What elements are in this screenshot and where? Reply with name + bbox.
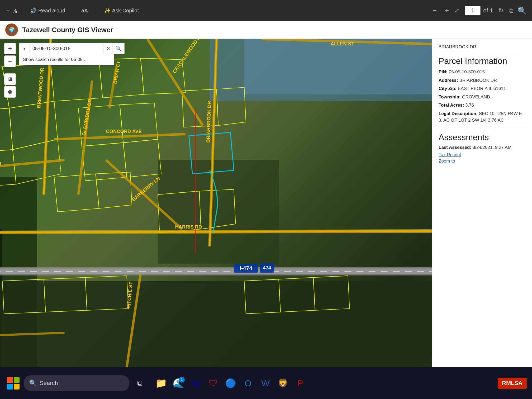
gis-search-input[interactable]	[30, 43, 103, 54]
outlook-icon: O	[245, 378, 251, 388]
pin-label: PIN:	[439, 69, 448, 74]
svg-marker-8	[0, 108, 13, 153]
taskbar-brave[interactable]: 🦁	[275, 375, 291, 391]
read-aloud-label: Read aloud	[38, 8, 65, 14]
svg-marker-9	[9, 101, 58, 150]
map-zoom-out-button[interactable]: −	[4, 55, 16, 67]
gis-search-bar: ▼ ✕ 🔍	[19, 43, 125, 54]
browser-nav-icons: ← ◮	[5, 7, 18, 14]
map-location-button[interactable]: ◎	[4, 86, 16, 98]
taskbar-hp[interactable]: hp	[188, 375, 204, 391]
taskbar-search-icon: 🔍	[29, 379, 37, 387]
last-assessed-value: 8/24/2021, 9:27 AM	[473, 145, 511, 150]
browser-search-icon[interactable]: 🔍	[517, 6, 527, 15]
zoom-to-link[interactable]: Zoom to	[439, 159, 526, 164]
svg-marker-17	[82, 143, 127, 181]
taskbar-outlook[interactable]: O	[240, 375, 256, 391]
parcel-divider	[439, 128, 526, 128]
text-size-button[interactable]: aA	[79, 6, 90, 15]
read-aloud-icon: 🔊	[30, 7, 37, 14]
taskbar-running-apps: 📁 🌊 1 hp 🛡 🔵 O W 🦁 P	[153, 375, 308, 391]
last-assessed-row: Last Assessed: 8/24/2021, 9:27 AM	[439, 145, 526, 150]
svg-marker-18	[123, 139, 161, 177]
taskbar-mcafee[interactable]: 🛡	[205, 375, 221, 391]
pdf-icon: P	[297, 378, 303, 388]
address-value: BRIARBROOK DR	[459, 78, 497, 83]
township-value: GROVELAND	[462, 94, 490, 99]
fit-page-icon[interactable]: ⤢	[454, 7, 459, 14]
city-zip-value: EAST PEORIA IL 61611	[458, 86, 506, 91]
taskbar-edge[interactable]: 🌊 1	[170, 375, 186, 391]
file-explorer-icon: 📁	[155, 378, 167, 389]
toolbar-divider2	[73, 6, 73, 15]
parcel-info-panel: BRIARBROOK DR Parcel Information PIN: 05…	[432, 39, 532, 367]
copy-icon[interactable]: ⧉	[509, 7, 513, 14]
read-aloud-button[interactable]: 🔊 Read aloud	[27, 6, 68, 15]
svg-rect-1	[244, 39, 432, 94]
copilot-label: Ask Copilot	[112, 8, 139, 14]
search-suggestion-dropdown[interactable]: Show search results for 05-05-...	[19, 54, 114, 65]
chrome-icon: 🔵	[225, 378, 236, 388]
search-suggestion-text: Show search results for 05-05-...	[23, 57, 88, 62]
pin-value: 05-05-10-300-015	[449, 69, 485, 74]
svg-text:ALLEN ST: ALLEN ST	[331, 41, 354, 46]
toolbar-divider	[22, 6, 22, 15]
browser-toolbar-items: 🔊 Read aloud aA ✨ Ask Copilot	[22, 6, 426, 15]
zoom-in-button[interactable]: +	[442, 5, 452, 16]
ask-copilot-button[interactable]: ✨ Ask Copilot	[101, 6, 141, 15]
tax-record-link[interactable]: Tax Record	[439, 152, 526, 158]
svg-marker-24	[54, 174, 99, 212]
rmlsa-badge: RMLSA	[498, 378, 527, 389]
legal-label: Legal Description:	[439, 111, 478, 116]
svg-text:BRENTWOOD DR: BRENTWOOD DR	[36, 67, 45, 108]
gis-title: Tazewell County GIS Viewer	[22, 26, 113, 34]
back-icon[interactable]: ←	[5, 7, 11, 14]
parcel-cityzip-row: City Zip: EAST PEORIA IL 61611	[439, 85, 526, 92]
acres-label: Total Acres:	[439, 103, 464, 108]
last-assessed-label: Last Assessed:	[439, 145, 471, 150]
controls-spacer	[4, 68, 16, 72]
parcel-legal-row: Legal Description: SEC 10 T25N R4W E 3. …	[439, 110, 526, 124]
reader-view-icon[interactable]: ◮	[13, 7, 18, 14]
svg-text:MOUSHON DR: MOUSHON DR	[0, 161, 1, 167]
taskbar-file-explorer[interactable]: 📁	[153, 375, 169, 391]
edge-badge: 1	[179, 377, 185, 383]
map-zoom-in-button[interactable]: +	[4, 43, 16, 54]
gis-map-svg[interactable]: SPRINGFIELD RD BRENTWOOD DR GLENRIDGE DR…	[0, 39, 432, 367]
svg-text:HARRIS RD: HARRIS RD	[175, 224, 202, 230]
city-zip-label: City Zip:	[439, 86, 457, 91]
address-label: Address:	[439, 78, 458, 83]
copilot-icon: ✨	[104, 7, 111, 14]
task-view-button[interactable]: ⧉	[132, 375, 148, 391]
aa-label: aA	[81, 8, 88, 13]
parcel-address-row: Address: BRIARBROOK DR	[439, 77, 526, 84]
search-dropdown-button[interactable]: ▼	[19, 43, 30, 54]
rotate-icon[interactable]: ↻	[498, 7, 504, 14]
svg-text:GLENRIDGE DR: GLENRIDGE DR	[81, 98, 93, 136]
map-layers-button[interactable]: ⊞	[4, 73, 16, 85]
page-number-input[interactable]: 1	[465, 6, 481, 15]
hp-icon: hp	[191, 378, 201, 388]
svg-text:474: 474	[263, 265, 271, 270]
zoom-out-button[interactable]: −	[430, 5, 439, 16]
assessments-title: Assessments	[439, 132, 526, 142]
map-controls: + − ⊞ ◎	[4, 43, 16, 98]
toolbar-divider3	[96, 6, 96, 15]
page-controls: − + ⤢ 1 of 1 ↻ ⧉	[430, 5, 513, 16]
parcel-township-row: Township: GROVELAND	[439, 94, 526, 101]
svg-rect-5	[158, 160, 279, 264]
taskbar-word[interactable]: W	[258, 375, 273, 391]
taskbar-pdf[interactable]: P	[292, 375, 308, 391]
mcafee-icon: 🛡	[209, 378, 218, 388]
total-pages: of 1	[483, 7, 493, 14]
svg-text:BRIARBROOK DR: BRIARBROOK DR	[205, 101, 212, 143]
windows-logo	[7, 377, 20, 390]
search-clear-button[interactable]: ✕	[103, 43, 113, 54]
acres-value: 3.76	[465, 103, 474, 108]
svg-text:I-474: I-474	[240, 265, 252, 271]
start-button[interactable]	[5, 375, 21, 391]
gis-logo: 🌍	[5, 23, 18, 36]
taskbar-search-bar[interactable]: 🔍 Search	[24, 375, 129, 391]
taskbar-chrome[interactable]: 🔵	[223, 375, 239, 391]
search-go-button[interactable]: 🔍	[113, 43, 125, 54]
